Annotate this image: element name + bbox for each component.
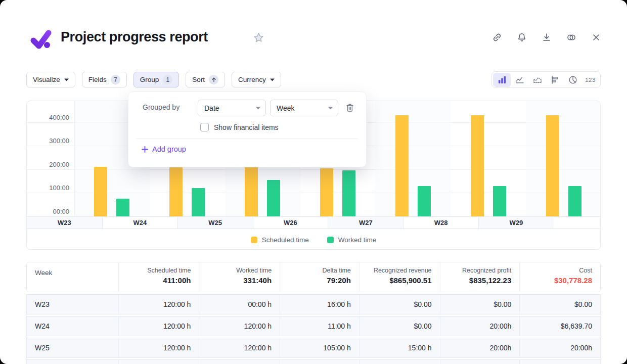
merge-circles-icon[interactable] — [566, 32, 577, 43]
add-group-button[interactable]: Add group — [142, 145, 186, 153]
legend-item[interactable]: Worked time — [327, 236, 377, 244]
table-cell: 120:00 h — [118, 338, 199, 357]
table-row[interactable]: W24120:00 h120:00 h11:00 h$0.0020:00h$6,… — [26, 316, 601, 336]
bar-worked-time[interactable] — [568, 186, 581, 216]
table-cell: 120:00 h — [199, 338, 280, 357]
legend-item[interactable]: Scheduled time — [251, 236, 309, 244]
group-count-badge: 1 — [163, 75, 172, 84]
x-axis-label: W23 — [27, 217, 102, 229]
sort-button[interactable]: Sort — [186, 72, 225, 87]
sort-ascending-icon — [209, 75, 218, 84]
column-header-week[interactable]: Week — [27, 262, 118, 292]
group-interval-select-value: Week — [277, 104, 295, 112]
group-popover: Grouped by Date Week Show financial item… — [128, 92, 367, 167]
table-row[interactable] — [26, 359, 601, 364]
line-chart-icon[interactable] — [511, 73, 528, 87]
x-axis-label: W25 — [177, 217, 253, 229]
bar-scheduled-time[interactable] — [94, 167, 107, 216]
visualize-button[interactable]: Visualize — [26, 72, 75, 87]
delete-group-icon[interactable] — [345, 103, 355, 113]
report-page: Project progress report Visualize Fields… — [0, 0, 627, 364]
x-axis-label: W26 — [253, 217, 328, 229]
table-cell: W23 — [27, 295, 118, 314]
chevron-down-icon — [64, 78, 69, 81]
group-field-select[interactable]: Date — [198, 100, 266, 116]
column-header-label: Delta time — [323, 267, 351, 274]
area-chart-icon[interactable] — [528, 73, 546, 87]
favorite-star-icon[interactable] — [252, 31, 265, 44]
download-icon[interactable] — [541, 32, 552, 43]
currency-button-label: Currency — [238, 76, 266, 83]
bar-scheduled-time[interactable] — [471, 115, 484, 216]
bar-worked-time[interactable] — [493, 186, 506, 216]
column-band — [375, 101, 451, 216]
currency-button[interactable]: Currency — [232, 72, 281, 87]
x-axis-label: W27 — [328, 217, 403, 229]
column-header-recognized-profit[interactable]: Recognized profit$835,122.23 — [440, 262, 520, 292]
bar-worked-time[interactable] — [116, 199, 129, 216]
group-button[interactable]: Group 1 — [133, 72, 180, 87]
fields-count-badge: 7 — [111, 75, 120, 84]
y-axis-tick-label: 200:00 — [27, 161, 69, 169]
fields-button[interactable]: Fields 7 — [82, 72, 127, 87]
column-header-scheduled-time[interactable]: Scheduled time411:00h — [118, 262, 199, 292]
column-total: 79:20h — [327, 276, 351, 285]
table-cell — [519, 360, 600, 364]
bar-chart-icon[interactable] — [493, 73, 511, 87]
y-axis-tick-label: 00:00 — [27, 208, 69, 216]
column-header-worked-time[interactable]: Worked time331:40h — [199, 262, 280, 292]
add-group-label: Add group — [152, 145, 186, 153]
bar-scheduled-time[interactable] — [169, 167, 183, 216]
show-financial-items-checkbox[interactable] — [200, 123, 209, 131]
x-axis-label: W24 — [102, 217, 177, 229]
table-cell: 20:00h — [440, 338, 520, 357]
bar-worked-time[interactable] — [418, 186, 431, 216]
app-logo-icon — [29, 27, 54, 51]
table-cell — [440, 360, 520, 364]
link-icon[interactable] — [491, 32, 503, 43]
column-header-cost[interactable]: Cost$30,778.28 — [519, 262, 600, 292]
column-total: $835,122.23 — [469, 276, 511, 285]
table-cell: 105:00 h — [280, 338, 359, 357]
table-row[interactable]: W25120:00 h120:00 h105:00 h15:00 h20:00h… — [26, 338, 601, 358]
table-cell: $0.00 — [440, 295, 520, 314]
table-cell: 20:00h — [440, 316, 520, 336]
table-cell: $0.00 — [359, 316, 440, 336]
legend-swatch — [251, 237, 257, 243]
bar-scheduled-time[interactable] — [245, 167, 258, 216]
legend-label: Worked time — [338, 236, 377, 244]
column-header-label: Week — [35, 267, 52, 277]
bar-scheduled-time[interactable] — [546, 115, 559, 216]
bell-icon[interactable] — [516, 32, 527, 43]
table-cell: 120:00 h — [118, 316, 199, 336]
table-row[interactable]: W23120:00 h00:00 h16:00 h$0.00$0.00$0.00 — [26, 294, 601, 314]
numbers-view-button[interactable]: 123 — [581, 73, 599, 87]
table-cell: W25 — [27, 338, 118, 357]
bar-scheduled-time[interactable] — [395, 115, 409, 216]
bar-worked-time[interactable] — [267, 180, 280, 216]
pie-chart-icon[interactable] — [564, 73, 581, 87]
legend-label: Scheduled time — [262, 236, 309, 244]
table-cell: 20:00h — [519, 338, 600, 357]
horizontal-bar-chart-icon[interactable] — [546, 73, 564, 87]
column-header-recognized-revenue[interactable]: Recognized revenue$865,900.51 — [359, 262, 440, 292]
column-total: 331:40h — [243, 276, 272, 285]
legend-swatch — [327, 237, 334, 243]
column-header-label: Recognized profit — [462, 267, 511, 274]
visualize-button-label: Visualize — [33, 76, 60, 83]
column-total: $30,778.28 — [554, 276, 592, 285]
toolbar: Visualize Fields 7 Group 1 Sort Currency — [26, 72, 281, 87]
y-axis-tick-label: 300:00 — [27, 137, 69, 145]
table-cell: 120:00 h — [118, 295, 199, 314]
group-interval-select[interactable]: Week — [270, 100, 338, 116]
bar-worked-time[interactable] — [342, 170, 355, 216]
x-axis-strip: W23W24W25W26W27W28W29 — [27, 216, 600, 229]
column-header-delta-time[interactable]: Delta time79:20h — [280, 262, 359, 292]
table-body: W23120:00 h00:00 h16:00 h$0.00$0.00$0.00… — [26, 294, 601, 364]
sort-button-label: Sort — [192, 76, 205, 83]
table-cell — [118, 360, 199, 364]
close-icon[interactable] — [591, 32, 602, 43]
chevron-down-icon — [270, 78, 275, 81]
bar-worked-time[interactable] — [192, 188, 205, 216]
bar-scheduled-time[interactable] — [320, 168, 333, 216]
